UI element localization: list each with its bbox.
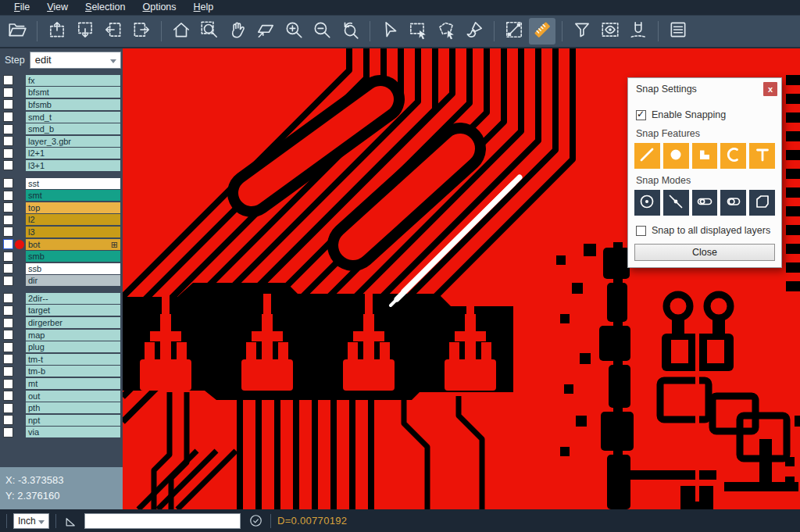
menu-file[interactable]: File — [6, 1, 38, 14]
toolbar-layer-form-button[interactable] — [665, 18, 691, 45]
layer-checkbox-smt[interactable] — [3, 191, 13, 201]
snap-pad-corner-button[interactable] — [692, 143, 718, 169]
layer-name-tm-b[interactable]: tm-b — [26, 366, 120, 377]
toolbar-pan-left-button[interactable] — [100, 18, 127, 45]
toolbar-zoom-out-button[interactable] — [309, 18, 335, 45]
layer-checkbox-smb[interactable] — [3, 252, 13, 262]
layer-checkbox-map[interactable] — [3, 330, 13, 340]
layer-name-bfsmt[interactable]: bfsmt — [26, 87, 120, 98]
toolbar-open-folder-button[interactable] — [4, 18, 30, 45]
layer-checkbox-bfsmb[interactable] — [3, 99, 13, 109]
layer-name-mt[interactable]: mt — [26, 378, 120, 389]
toolbar-poly-select-button[interactable] — [433, 18, 459, 45]
toolbar-zoom-window-button[interactable] — [196, 18, 223, 45]
layer-name-smt[interactable]: smt — [26, 190, 120, 201]
layer-checkbox-out[interactable] — [3, 391, 13, 401]
snap-slot-r-button[interactable] — [720, 190, 746, 216]
snap-pad-circle-button[interactable] — [663, 143, 689, 169]
toolbar-measure-distance-button[interactable] — [501, 18, 527, 45]
toolbar-pointer-select-button[interactable] — [377, 18, 403, 45]
layer-name-map[interactable]: map — [26, 330, 120, 341]
layer-name-plug[interactable]: plug — [26, 341, 120, 352]
layer-name-tm-t[interactable]: tm-t — [26, 354, 120, 365]
toolbar-pan-up-button[interactable] — [44, 18, 70, 45]
layer-name-l2+1[interactable]: l2+1 — [26, 148, 120, 159]
layer-checkbox-l2+1[interactable] — [3, 148, 13, 159]
layer-name-bfsmb[interactable]: bfsmb — [26, 99, 120, 110]
close-icon[interactable]: x — [763, 82, 777, 96]
layer-name-l3[interactable]: l3 — [26, 227, 120, 237]
unit-select[interactable]: Inch — [13, 513, 49, 529]
apply-check-icon[interactable] — [247, 512, 264, 530]
toolbar-pan-view-button[interactable] — [252, 18, 279, 45]
menu-help[interactable]: Help — [186, 1, 222, 14]
layer-name-npt[interactable]: npt — [26, 415, 120, 426]
layer-checkbox-layer_3.gbr[interactable] — [3, 136, 13, 146]
snap-slot-h-button[interactable] — [692, 190, 718, 216]
layer-checkbox-dir[interactable] — [3, 276, 13, 286]
layer-checkbox-l2[interactable] — [3, 215, 13, 225]
angle-icon[interactable] — [62, 512, 80, 530]
snap-all-layers-checkbox[interactable] — [636, 226, 646, 236]
layer-checkbox-npt[interactable] — [3, 415, 13, 425]
toolbar-pan-right-button[interactable] — [128, 18, 155, 45]
layer-name-dirgerber[interactable]: dirgerber — [26, 317, 120, 328]
layer-checkbox-plug[interactable] — [3, 342, 13, 352]
snap-text-button[interactable] — [749, 143, 775, 169]
layer-name-fx[interactable]: fx — [26, 75, 120, 86]
close-button[interactable]: Close — [634, 244, 775, 261]
layer-name-pth[interactable]: pth — [26, 402, 120, 413]
layer-name-2dir--[interactable]: 2dir-- — [26, 293, 120, 304]
toolbar-home-view-button[interactable] — [168, 18, 195, 45]
toolbar-ruler-button[interactable] — [529, 18, 555, 45]
toolbar-pan-down-button[interactable] — [72, 18, 98, 45]
layer-checkbox-top[interactable] — [3, 202, 13, 212]
layer-checkbox-bfsmt[interactable] — [3, 87, 13, 98]
toolbar-view-options-button[interactable] — [597, 18, 623, 45]
layer-name-layer_3.gbr[interactable]: layer_3.gbr — [26, 136, 120, 147]
layer-checkbox-l3[interactable] — [3, 227, 13, 237]
menu-options[interactable]: Options — [134, 1, 184, 14]
toolbar-zoom-in-button[interactable] — [280, 18, 307, 45]
toolbar-brush-select-button[interactable] — [461, 18, 488, 45]
layer-checkbox-tm-b[interactable] — [3, 366, 13, 377]
layer-checkbox-l3+1[interactable] — [3, 160, 13, 170]
layer-checkbox-target[interactable] — [3, 305, 13, 316]
menu-selection[interactable]: Selection — [77, 1, 133, 14]
toolbar-pan-hand-button[interactable] — [224, 18, 251, 45]
layer-name-bot[interactable]: bot⊞ — [26, 239, 120, 250]
layer-name-dir[interactable]: dir — [26, 275, 120, 286]
layer-checkbox-mt[interactable] — [3, 379, 13, 389]
snap-arc-button[interactable] — [720, 143, 746, 169]
layer-checkbox-ssb[interactable] — [3, 263, 13, 273]
layer-name-sst[interactable]: sst — [26, 178, 120, 189]
layer-name-ssb[interactable]: ssb — [26, 263, 120, 274]
layer-name-top[interactable]: top — [26, 202, 120, 213]
layer-checkbox-pth[interactable] — [3, 403, 13, 413]
snap-line-button[interactable] — [634, 143, 660, 169]
step-select[interactable]: edit — [30, 52, 121, 69]
layer-checkbox-fx[interactable] — [3, 75, 13, 85]
menu-view[interactable]: View — [39, 1, 76, 14]
toolbar-zoom-previous-button[interactable] — [337, 18, 363, 45]
layer-name-smb[interactable]: smb — [26, 251, 120, 262]
toolbar-filter-button[interactable] — [569, 18, 595, 45]
layer-name-smd_b[interactable]: smd_b — [26, 123, 120, 134]
layer-name-l2[interactable]: l2 — [26, 214, 120, 225]
layer-name-smd_t[interactable]: smd_t — [26, 112, 120, 123]
layer-name-l3+1[interactable]: l3+1 — [26, 160, 120, 171]
layer-checkbox-via[interactable] — [3, 427, 13, 437]
layer-name-out[interactable]: out — [26, 391, 120, 402]
snap-center-button[interactable] — [634, 190, 660, 216]
toolbar-snap-magnet-button[interactable] — [625, 18, 652, 45]
layer-checkbox-dirgerber[interactable] — [3, 318, 13, 328]
layer-checkbox-smd_b[interactable] — [3, 124, 13, 134]
command-input[interactable] — [84, 513, 241, 529]
layer-name-via[interactable]: via — [26, 427, 120, 437]
layer-checkbox-tm-t[interactable] — [3, 354, 13, 364]
layer-checkbox-2dir--[interactable] — [3, 293, 13, 303]
layer-checkbox-smd_t[interactable] — [3, 112, 13, 122]
layer-name-target[interactable]: target — [26, 305, 120, 316]
layer-checkbox-sst[interactable] — [3, 178, 13, 188]
toolbar-rect-select-button[interactable] — [405, 18, 431, 45]
